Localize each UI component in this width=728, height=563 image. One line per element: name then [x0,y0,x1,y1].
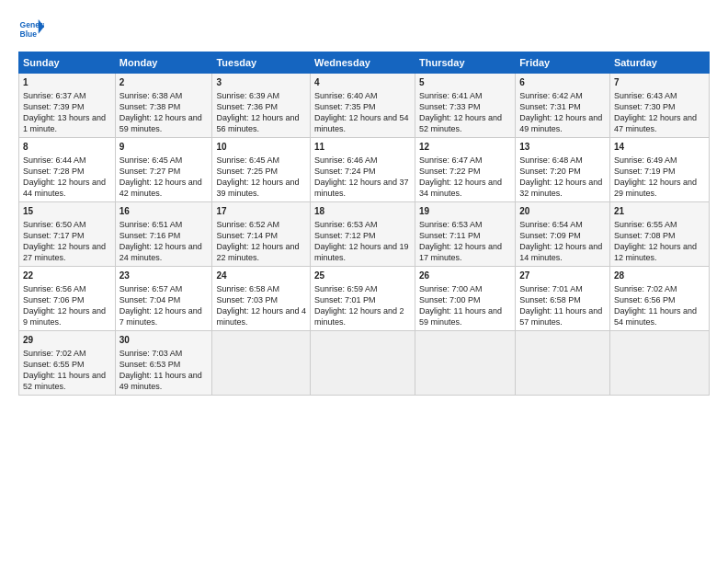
day-number: 11 [314,141,411,154]
sunset: Sunset: 7:03 PM [216,295,278,304]
calendar-table: SundayMondayTuesdayWednesdayThursdayFrid… [18,52,710,396]
daylight: Daylight: 12 hours and 4 minutes. [216,306,306,327]
calendar-cell: 18Sunrise: 6:53 AMSunset: 7:12 PMDayligh… [311,202,415,267]
sunset: Sunset: 7:06 PM [23,295,85,304]
calendar-body: 1Sunrise: 6:37 AMSunset: 7:39 PMDaylight… [19,74,710,396]
page: General Blue SundayMondayTuesdayWednesda… [0,0,728,563]
day-number: 30 [119,334,209,347]
sunset: Sunset: 7:16 PM [119,231,181,240]
day-number: 5 [419,76,511,89]
daylight: Daylight: 12 hours and 52 minutes. [419,113,502,133]
sunset: Sunset: 7:33 PM [419,102,481,111]
sunset: Sunset: 7:24 PM [314,167,376,176]
day-number: 25 [314,270,411,282]
sunrise: Sunrise: 6:41 AM [419,91,483,100]
calendar-cell: 15Sunrise: 6:50 AMSunset: 7:17 PMDayligh… [19,202,116,267]
calendar-week-row: 22Sunrise: 6:56 AMSunset: 7:06 PMDayligh… [19,267,710,331]
daylight: Daylight: 12 hours and 49 minutes. [519,113,602,133]
calendar-cell: 14Sunrise: 6:49 AMSunset: 7:19 PMDayligh… [609,138,709,202]
sunrise: Sunrise: 6:56 AM [23,284,86,293]
day-number: 8 [23,141,111,154]
calendar-cell: 8Sunrise: 6:44 AMSunset: 7:28 PMDaylight… [19,138,116,202]
calendar-cell: 16Sunrise: 6:51 AMSunset: 7:16 PMDayligh… [115,202,212,267]
day-number: 10 [216,141,306,154]
calendar-cell: 17Sunrise: 6:52 AMSunset: 7:14 PMDayligh… [212,202,311,267]
sunrise: Sunrise: 6:44 AM [23,155,86,165]
day-number: 2 [119,76,209,89]
daylight: Daylight: 12 hours and 34 minutes. [419,178,502,198]
calendar-cell: 12Sunrise: 6:47 AMSunset: 7:22 PMDayligh… [415,138,516,202]
sunrise: Sunrise: 6:37 AM [23,91,86,100]
daylight: Daylight: 11 hours and 52 minutes. [23,371,106,391]
sunset: Sunset: 7:14 PM [216,231,278,240]
day-number: 1 [23,76,111,89]
calendar-cell: 13Sunrise: 6:48 AMSunset: 7:20 PMDayligh… [516,138,610,202]
sunset: Sunset: 7:11 PM [419,231,481,240]
calendar-week-row: 1Sunrise: 6:37 AMSunset: 7:39 PMDaylight… [19,74,710,138]
calendar-header-row: SundayMondayTuesdayWednesdayThursdayFrid… [19,52,710,74]
calendar-cell: 6Sunrise: 6:42 AMSunset: 7:31 PMDaylight… [516,74,610,138]
calendar-week-row: 8Sunrise: 6:44 AMSunset: 7:28 PMDaylight… [19,138,710,202]
daylight: Daylight: 12 hours and 54 minutes. [314,113,409,133]
calendar-cell: 21Sunrise: 6:55 AMSunset: 7:08 PMDayligh… [609,202,709,267]
calendar-cell: 2Sunrise: 6:38 AMSunset: 7:38 PMDaylight… [115,74,212,138]
sunrise: Sunrise: 6:49 AM [614,155,677,165]
col-header-friday: Friday [516,52,610,74]
col-header-saturday: Saturday [609,52,709,74]
col-header-tuesday: Tuesday [212,52,311,74]
sunset: Sunset: 7:01 PM [314,295,376,304]
daylight: Daylight: 12 hours and 37 minutes. [314,178,409,198]
sunset: Sunset: 7:17 PM [23,231,85,240]
day-number: 4 [314,76,411,89]
sunrise: Sunrise: 6:42 AM [519,91,583,100]
sunset: Sunset: 7:09 PM [519,231,581,240]
calendar-cell [609,331,709,396]
calendar-cell: 26Sunrise: 7:00 AMSunset: 7:00 PMDayligh… [415,267,516,331]
day-number: 19 [419,205,511,218]
calendar-cell: 20Sunrise: 6:54 AMSunset: 7:09 PMDayligh… [516,202,610,267]
day-number: 6 [519,76,606,89]
daylight: Daylight: 12 hours and 39 minutes. [216,178,299,198]
sunrise: Sunrise: 6:53 AM [314,220,378,229]
sunrise: Sunrise: 6:38 AM [119,91,183,100]
sunset: Sunset: 7:25 PM [216,167,278,176]
daylight: Daylight: 11 hours and 59 minutes. [419,306,502,327]
sunrise: Sunrise: 7:02 AM [614,284,677,293]
header: General Blue [18,17,710,42]
sunrise: Sunrise: 6:47 AM [419,155,483,165]
day-number: 14 [614,141,705,154]
calendar-week-row: 29Sunrise: 7:02 AMSunset: 6:55 PMDayligh… [19,331,710,396]
sunset: Sunset: 7:08 PM [614,231,676,240]
sunset: Sunset: 7:04 PM [119,295,181,304]
calendar-cell: 5Sunrise: 6:41 AMSunset: 7:33 PMDaylight… [415,74,516,138]
daylight: Daylight: 12 hours and 14 minutes. [519,242,602,262]
sunrise: Sunrise: 6:55 AM [614,220,677,229]
daylight: Daylight: 12 hours and 44 minutes. [23,178,106,198]
calendar-cell: 11Sunrise: 6:46 AMSunset: 7:24 PMDayligh… [311,138,415,202]
calendar-cell: 22Sunrise: 6:56 AMSunset: 7:06 PMDayligh… [19,267,116,331]
sunrise: Sunrise: 6:45 AM [216,155,279,165]
sunset: Sunset: 6:55 PM [23,360,85,369]
day-number: 27 [519,270,606,282]
col-header-sunday: Sunday [19,52,116,74]
sunrise: Sunrise: 6:45 AM [119,155,183,165]
day-number: 28 [614,270,705,282]
sunset: Sunset: 7:31 PM [519,102,581,111]
calendar-cell: 24Sunrise: 6:58 AMSunset: 7:03 PMDayligh… [212,267,311,331]
calendar-cell: 27Sunrise: 7:01 AMSunset: 6:58 PMDayligh… [516,267,610,331]
sunset: Sunset: 7:12 PM [314,231,376,240]
calendar-cell [311,331,415,396]
calendar-cell: 25Sunrise: 6:59 AMSunset: 7:01 PMDayligh… [311,267,415,331]
col-header-thursday: Thursday [415,52,516,74]
day-number: 7 [614,76,705,89]
daylight: Daylight: 12 hours and 56 minutes. [216,113,299,133]
daylight: Daylight: 12 hours and 27 minutes. [23,242,106,262]
daylight: Daylight: 11 hours and 57 minutes. [519,306,602,327]
day-number: 22 [23,270,111,282]
calendar-cell: 29Sunrise: 7:02 AMSunset: 6:55 PMDayligh… [19,331,116,396]
sunrise: Sunrise: 6:39 AM [216,91,279,100]
sunset: Sunset: 6:53 PM [119,360,181,369]
calendar-cell: 30Sunrise: 7:03 AMSunset: 6:53 PMDayligh… [115,331,212,396]
calendar-cell: 3Sunrise: 6:39 AMSunset: 7:36 PMDaylight… [212,74,311,138]
day-number: 15 [23,205,111,218]
